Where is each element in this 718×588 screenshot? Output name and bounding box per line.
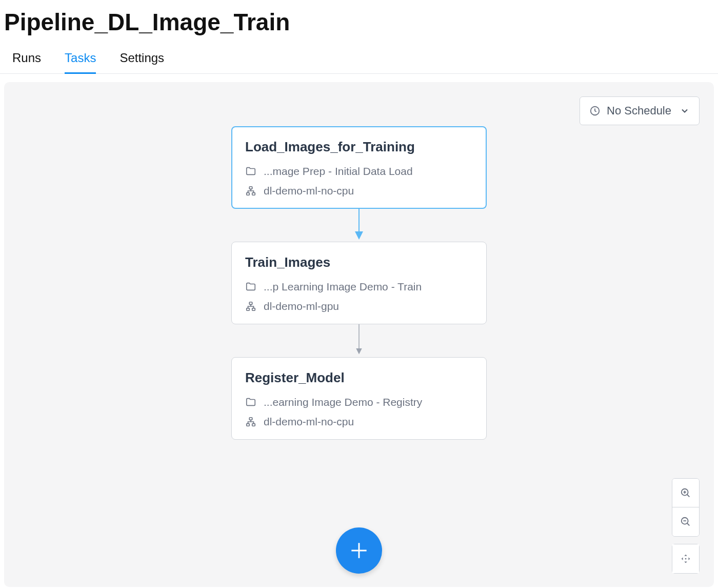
task-node-title: Train_Images (245, 254, 473, 270)
task-folder-text: ...earning Image Demo - Registry (264, 396, 422, 408)
svg-rect-7 (252, 308, 255, 311)
task-cluster-row: dl-demo-ml-no-cpu (245, 185, 473, 197)
task-folder-text: ...mage Prep - Initial Data Load (264, 165, 413, 178)
pipeline-canvas[interactable]: No Schedule Load_Images_for_Training ...… (4, 82, 714, 587)
task-node-load-images[interactable]: Load_Images_for_Training ...mage Prep - … (231, 126, 487, 209)
task-cluster-text: dl-demo-ml-no-cpu (264, 416, 354, 428)
task-cluster-text: dl-demo-ml-no-cpu (264, 185, 354, 197)
folder-icon (245, 397, 256, 408)
zoom-in-button[interactable] (672, 479, 699, 507)
add-task-button[interactable] (336, 527, 382, 574)
task-node-title: Load_Images_for_Training (245, 139, 473, 155)
clock-icon (589, 105, 601, 116)
svg-rect-1 (249, 187, 252, 189)
svg-rect-9 (249, 418, 252, 420)
arrow-1 (231, 209, 487, 242)
schedule-label: No Schedule (607, 104, 671, 117)
task-cluster-row: dl-demo-ml-no-cpu (245, 416, 473, 428)
zoom-controls (672, 478, 700, 574)
cluster-icon (245, 416, 256, 427)
folder-icon (245, 166, 256, 177)
svg-rect-5 (249, 302, 252, 305)
task-node-title: Register_Model (245, 370, 473, 386)
recenter-button[interactable] (672, 544, 699, 573)
cluster-icon (245, 301, 256, 312)
svg-rect-3 (252, 193, 255, 195)
task-cluster-text: dl-demo-ml-gpu (264, 300, 339, 312)
cluster-icon (245, 185, 256, 197)
tab-settings[interactable]: Settings (119, 47, 164, 74)
page-title: Pipeline_DL_Image_Train (0, 0, 718, 46)
pipeline-graph: Load_Images_for_Training ...mage Prep - … (231, 126, 487, 440)
task-node-train-images[interactable]: Train_Images ...p Learning Image Demo - … (231, 242, 487, 324)
zoom-out-button[interactable] (672, 507, 699, 536)
task-folder-row: ...mage Prep - Initial Data Load (245, 165, 473, 178)
arrow-2 (231, 324, 487, 357)
svg-point-14 (685, 558, 687, 560)
plus-icon (348, 539, 370, 562)
zoom-out-icon (680, 516, 691, 527)
task-folder-row: ...p Learning Image Demo - Train (245, 281, 473, 293)
schedule-dropdown[interactable]: No Schedule (580, 96, 700, 125)
zoom-in-icon (680, 487, 691, 499)
task-folder-text: ...p Learning Image Demo - Train (264, 281, 422, 293)
tab-runs[interactable]: Runs (12, 47, 41, 74)
task-node-register-model[interactable]: Register_Model ...earning Image Demo - R… (231, 357, 487, 440)
svg-rect-2 (247, 193, 250, 195)
svg-rect-11 (252, 424, 255, 426)
task-folder-row: ...earning Image Demo - Registry (245, 396, 473, 408)
chevron-down-icon (680, 106, 690, 116)
svg-rect-10 (247, 424, 250, 426)
tab-tasks[interactable]: Tasks (65, 47, 96, 74)
task-cluster-row: dl-demo-ml-gpu (245, 300, 473, 312)
svg-rect-6 (247, 308, 250, 311)
folder-icon (245, 281, 256, 292)
recenter-icon (680, 553, 691, 564)
tabs-bar: Runs Tasks Settings (0, 46, 718, 74)
